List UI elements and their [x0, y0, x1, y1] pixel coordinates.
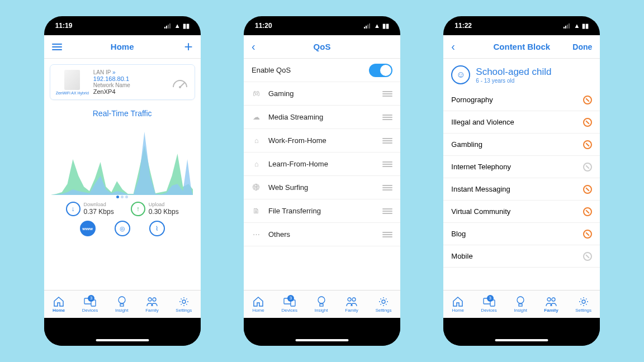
block-row[interactable]: Gambling [443, 134, 600, 156]
block-icon[interactable] [583, 207, 592, 216]
tab-insight[interactable]: Insight [514, 296, 527, 313]
tab-settings[interactable]: Settings [376, 296, 392, 313]
block-list: Pornography Illegal and Violence Gamblin… [443, 89, 600, 290]
back-button[interactable]: ‹ [252, 40, 255, 53]
svg-point-11 [318, 297, 325, 303]
tab-home[interactable]: Home [452, 296, 464, 313]
tab-home[interactable]: Home [252, 296, 264, 313]
qos-item[interactable]: 🗎︎File Transferring [244, 199, 400, 223]
tab-family[interactable]: Family [544, 296, 558, 313]
status-time: 11:19 [55, 22, 73, 30]
qos-item[interactable]: ⌂Work-From-Home [244, 129, 400, 153]
tab-settings[interactable]: Settings [176, 296, 192, 313]
device-badge: 3 [487, 295, 494, 302]
lfh-icon: ⌂ [252, 159, 262, 169]
qos-item[interactable]: 🎮︎Gaming [244, 82, 400, 106]
qos-item[interactable]: ⋯Others [244, 223, 400, 246]
svg-point-22 [582, 300, 585, 303]
chevron-right-icon: » [112, 69, 116, 75]
svg-point-15 [382, 300, 385, 303]
qos-list: Enable QoS 🎮︎Gaming ☁︎Media Streaming ⌂W… [244, 59, 400, 290]
tab-devices[interactable]: 3Devices [282, 296, 297, 313]
tab-family[interactable]: Family [145, 296, 159, 313]
enable-qos-row: Enable QoS [244, 59, 400, 82]
drag-handle-icon[interactable] [382, 138, 392, 144]
drag-handle-icon[interactable] [382, 232, 392, 237]
tab-settings[interactable]: Settings [575, 296, 591, 313]
qos-item[interactable]: 🌐︎Web Surfing [244, 176, 400, 199]
gear-icon [178, 296, 190, 307]
tab-home[interactable]: Home [53, 296, 65, 313]
block-icon[interactable] [583, 118, 592, 127]
status-icons: ▲ ▮▮ [564, 22, 589, 30]
battery-icon: ▮▮ [582, 22, 589, 30]
menu-icon[interactable] [52, 44, 62, 50]
gauge-icon[interactable] [171, 75, 189, 89]
file-icon: 🗎︎ [252, 206, 262, 216]
home-indicator[interactable] [295, 339, 348, 341]
block-row[interactable]: Instant Messaging [443, 178, 600, 201]
block-icon[interactable] [583, 96, 592, 104]
profile-age: 6 - 13 years old [476, 78, 551, 84]
download-metric: ↓ Download0.37 Kbps [66, 202, 114, 216]
tab-devices[interactable]: 3Devices [481, 296, 496, 313]
block-row[interactable]: Internet Telephony [443, 156, 600, 178]
screen-content-block: ‹ Content Block Done ☺ School-aged child… [443, 35, 600, 318]
tab-family[interactable]: Family [345, 296, 358, 313]
tab-insight[interactable]: Insight [315, 296, 328, 313]
tab-insight[interactable]: Insight [115, 296, 129, 313]
done-button[interactable]: Done [572, 42, 592, 51]
traffic-chart [44, 120, 201, 196]
gear-icon [378, 296, 389, 307]
drag-handle-icon[interactable] [382, 185, 392, 190]
block-row[interactable]: Virtual Community [443, 201, 600, 223]
drag-handle-icon[interactable] [382, 161, 392, 167]
lanip-label: LAN IP [93, 69, 111, 75]
home-indicator[interactable] [96, 339, 149, 341]
svg-point-20 [547, 298, 551, 301]
phone-content-block: 11:22 ▲ ▮▮ ‹ Content Block Done ☺ School… [443, 16, 600, 346]
globe-icon: 🌐︎ [252, 183, 262, 193]
netname-label: Network Name [93, 82, 167, 88]
quick-icons: www ◎ ⌇ [44, 217, 201, 241]
block-row[interactable]: Pornography [443, 89, 600, 111]
home-indicator[interactable] [495, 339, 548, 341]
router-card[interactable]: ZenWiFi AX Hybrid LAN IP » 192.168.80.1 … [50, 64, 195, 100]
qos-item[interactable]: ☁︎Media Streaming [244, 106, 400, 129]
block-icon[interactable] [583, 252, 592, 261]
block-icon[interactable] [583, 140, 592, 149]
upload-metric: ↑ Upload0.30 Kbps [131, 202, 179, 216]
wifi-icon: ▲ [174, 22, 181, 29]
block-icon[interactable] [583, 230, 592, 239]
status-time: 11:22 [454, 22, 472, 30]
router-image [64, 70, 80, 90]
qos-item[interactable]: ⌂Learn-From-Home [244, 153, 400, 176]
tab-devices[interactable]: 3Devices [82, 296, 98, 313]
block-row[interactable]: Illegal and Violence [443, 111, 600, 134]
block-row[interactable]: Blog [443, 223, 600, 245]
drag-handle-icon[interactable] [382, 115, 392, 120]
home-icon [53, 296, 64, 307]
wifi-circle-icon[interactable]: ⌇ [149, 221, 165, 236]
navbar: Home + [44, 35, 201, 59]
globe-icon[interactable]: www [80, 221, 96, 236]
page-title: QoS [314, 42, 331, 51]
block-row[interactable]: Mobile [443, 245, 600, 268]
download-icon: ↓ [66, 202, 80, 216]
device-badge: 3 [88, 295, 94, 302]
svg-rect-5 [120, 304, 124, 306]
router-info: LAN IP » 192.168.80.1 Network Name ZenXP… [93, 69, 167, 95]
drag-handle-icon[interactable] [382, 91, 392, 97]
mesh-icon[interactable]: ◎ [115, 221, 130, 236]
enable-qos-toggle[interactable] [369, 64, 392, 77]
download-value: 0.37 Kbps [84, 208, 114, 216]
drag-handle-icon[interactable] [382, 208, 392, 214]
block-icon[interactable] [583, 185, 592, 194]
add-button[interactable]: + [184, 38, 192, 55]
block-icon[interactable] [583, 163, 592, 172]
wifi-icon: ▲ [574, 22, 580, 29]
svg-point-7 [153, 298, 156, 301]
back-button[interactable]: ‹ [451, 40, 455, 53]
upload-label: Upload [149, 202, 179, 208]
cellular-icon [564, 23, 571, 28]
